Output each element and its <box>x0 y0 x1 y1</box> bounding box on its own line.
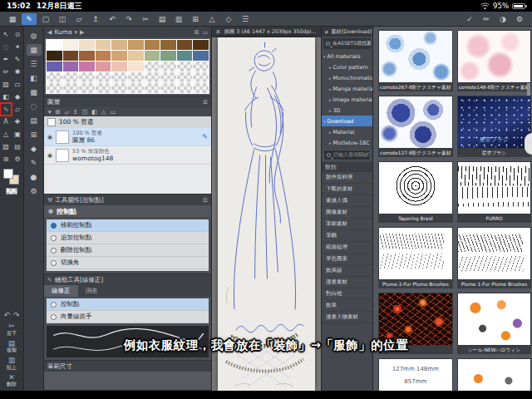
undo-icon[interactable]: ↶ <box>105 13 120 25</box>
material-tree-item[interactable]: ▸Color pattern <box>322 62 372 72</box>
redo-icon[interactable]: ↷ <box>13 311 20 319</box>
color-swatch[interactable] <box>128 62 144 71</box>
color-swatch[interactable] <box>128 83 144 93</box>
delete-swatch-icon[interactable]: ▭ <box>202 29 208 36</box>
layer-menu-icon[interactable]: ☰ <box>203 99 208 106</box>
intermediate-color-icon[interactable]: ◧ <box>27 72 42 84</box>
line-correction-tool-icon[interactable]: ∿ <box>1 104 11 115</box>
color-swatch[interactable] <box>79 83 95 93</box>
color-swatch[interactable] <box>96 40 111 50</box>
blend-mode-row[interactable]: 100 % 普通 <box>44 116 211 128</box>
canvas-page[interactable] <box>218 37 315 391</box>
material-tree-item[interactable]: ▸Monochromatic <box>322 72 372 83</box>
color-set-icon[interactable]: ▦ <box>27 44 42 56</box>
color-swatch[interactable] <box>128 51 144 61</box>
copy-icon[interactable]: ▤ <box>155 13 170 25</box>
menu-icon[interactable]: ☰ <box>238 13 253 25</box>
save-icon[interactable]: ◫ <box>55 13 70 25</box>
material-item[interactable] <box>378 293 453 354</box>
color-swatch[interactable] <box>111 51 127 61</box>
assets-search-button[interactable]: 在ASSETS尋找素材 <box>323 38 371 49</box>
material-item[interactable]: FURRO <box>457 161 532 223</box>
subtool-tab[interactable]: 消去 <box>78 285 106 297</box>
category-item[interactable]: 漫畫人物素材 <box>322 312 372 323</box>
color-swatch[interactable] <box>160 51 176 61</box>
color-swatch[interactable] <box>160 72 176 82</box>
color-swatch[interactable] <box>177 62 193 71</box>
auto-select-tool-icon[interactable]: ✦ <box>12 42 22 52</box>
select-tool-icon[interactable]: ↖ <box>1 29 11 40</box>
operation-tool-icon[interactable]: ▣ <box>12 129 22 140</box>
figure-tool-icon[interactable]: ▱ <box>12 104 22 115</box>
pencil-tool-icon[interactable]: ✎ <box>12 54 22 65</box>
color-swatch[interactable] <box>128 40 144 50</box>
color-swatch[interactable] <box>193 83 209 93</box>
color-set-title[interactable]: Kuma <box>54 28 71 36</box>
property-menu-icon[interactable]: ☰ <box>203 197 208 204</box>
ruler-icon[interactable]: △ <box>204 13 219 25</box>
visibility-eye-icon[interactable]: ◉ <box>47 152 52 159</box>
canvas-tab-title[interactable]: 插圖 3 (A6 1447 x 2039px 350dpi 72.8%) <box>224 28 318 36</box>
paste-icon[interactable]: ▥ <box>171 13 186 25</box>
material-tree-item[interactable]: ▸Image material <box>322 94 372 105</box>
cut-icon[interactable]: ✂ <box>138 13 153 25</box>
material-item[interactable]: Plume 1-Fur Plume Brushes <box>457 227 532 288</box>
color-swatch[interactable] <box>79 62 95 71</box>
edge-swipe-handle[interactable] <box>525 133 532 155</box>
cut-button[interactable]: ✂剪下 <box>7 323 17 336</box>
color-swatch[interactable] <box>63 62 79 71</box>
decoration-tool-icon[interactable]: ▨ <box>1 79 11 90</box>
material-tree-item[interactable]: ▸3D <box>322 105 372 116</box>
prev-set-icon[interactable]: ◀ <box>47 29 52 36</box>
navigator-icon[interactable]: ⊞ <box>27 129 42 140</box>
material-tree-item[interactable]: ▸Manga material <box>322 83 372 94</box>
material-item[interactable]: comote127-8彩テクスチャ素材 <box>378 96 453 157</box>
color-swatch[interactable] <box>96 72 111 82</box>
color-swatch[interactable] <box>47 72 62 82</box>
color-swatch[interactable] <box>79 40 95 50</box>
color-swatch[interactable] <box>193 72 209 82</box>
category-item[interactable]: 效果線 <box>322 265 372 277</box>
color-swatch[interactable] <box>47 40 62 50</box>
color-swatch[interactable] <box>160 83 176 93</box>
color-swatch[interactable] <box>145 51 160 61</box>
color-swatch[interactable] <box>111 83 127 93</box>
material-tree-item[interactable]: ▾All materials <box>322 51 372 62</box>
process-option[interactable]: 移動控制點 <box>47 219 209 232</box>
color-swatch[interactable] <box>79 51 95 61</box>
color-swatch[interactable] <box>96 62 111 71</box>
color-wheel-icon[interactable]: ◍ <box>27 30 42 42</box>
zoom-tool-icon[interactable]: ⊙ <box>12 29 22 40</box>
delete-button[interactable]: ✕刪除 <box>7 374 17 387</box>
set-caret-icon[interactable]: ▾ <box>75 29 78 36</box>
color-swatch[interactable] <box>79 72 95 82</box>
color-swatch[interactable] <box>160 62 176 71</box>
layer-palette-icon[interactable]: ▤ <box>27 115 42 126</box>
tool-property-palette-icon[interactable]: ⚙ <box>27 185 42 197</box>
material-item[interactable]: Plume 2-Fur Plume Brushes <box>378 227 453 288</box>
ruler-layer-icon[interactable]: △ <box>101 109 106 116</box>
blend-tool-icon[interactable]: ◧ <box>1 91 11 102</box>
merge-down-icon[interactable]: ◫ <box>82 109 88 116</box>
pen-tool-icon[interactable]: ✒ <box>1 54 11 65</box>
material-item[interactable]: シール-NEWハロウィン <box>457 293 532 354</box>
color-swatch[interactable] <box>63 40 79 50</box>
subtool-item[interactable]: 控制點 <box>47 298 209 311</box>
color-swatch[interactable] <box>96 51 111 61</box>
material-search-input[interactable]: 請輸入搜尋關鍵字 <box>323 150 371 160</box>
process-option[interactable]: 追加控制點 <box>47 232 209 244</box>
color-swatch[interactable] <box>177 83 193 93</box>
brush-size-palette-icon[interactable]: ● <box>27 171 42 183</box>
layer-mask-icon[interactable]: ◧ <box>91 109 97 116</box>
foreground-color-chip[interactable] <box>3 169 13 179</box>
delete-layer-icon[interactable]: ▭ <box>110 109 116 116</box>
category-item[interactable]: 製作資料夾 <box>322 172 372 184</box>
category-item[interactable]: 下載的素材 <box>322 184 372 195</box>
material-tree-item[interactable]: ▸Material <box>322 126 372 137</box>
blend-mode-icon[interactable]: ▾ <box>48 109 52 116</box>
material-item[interactable]: comote267-8彩テクスチャ素材 <box>378 30 453 91</box>
approximate-color-icon[interactable]: ▩ <box>27 86 42 98</box>
transfer-down-icon[interactable]: ↥ <box>73 109 78 116</box>
text-tool-icon[interactable]: A <box>1 116 11 127</box>
material-tree-item[interactable]: ▾Download <box>322 116 372 126</box>
